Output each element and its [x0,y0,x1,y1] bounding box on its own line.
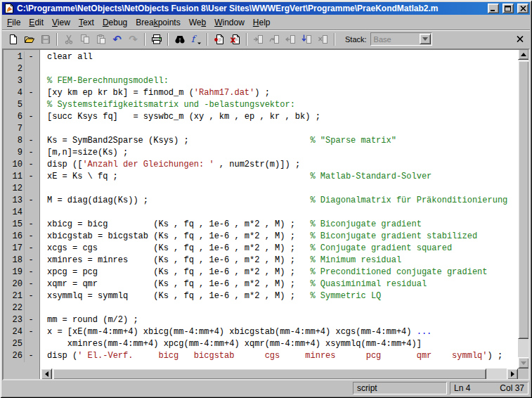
menu-edit[interactable]: Edit [25,15,48,30]
clear-all-breakpoints-button[interactable] [227,32,243,47]
code-line[interactable] [47,63,518,75]
step-in-button[interactable] [250,32,266,47]
code-line[interactable] [47,183,518,195]
scroll-up-button[interactable] [518,49,529,60]
menu-view[interactable]: View [48,15,74,30]
line-number: 18 [2,255,25,267]
breakpoint-dash[interactable]: - [25,314,37,326]
menu-web[interactable]: Web [185,15,210,30]
code-line[interactable]: x = [xE(mm-4:mm+4) xbicg(mm-4:mm+4) xbic… [47,326,518,338]
chevron-down-icon[interactable] [420,34,431,44]
code-line[interactable]: xminres(mm-4:mm+4) xpcg(mm-4:mm+4) xqmr(… [47,338,518,350]
menu-debug[interactable]: Debug [98,15,131,30]
set-clear-breakpoint-button[interactable] [211,32,227,47]
save-button[interactable] [37,32,53,47]
breakpoint-dash[interactable] [25,99,37,111]
print-button[interactable] [148,32,164,47]
code-line[interactable] [47,207,518,219]
set-clear-breakpoint-icon [214,34,225,45]
code-line[interactable] [47,123,518,135]
undo-button[interactable]: ↶ [109,32,125,47]
code-area[interactable]: clear all% FEM-Berechnungsmodell:[xy km … [41,49,518,368]
vertical-scroll-thumb[interactable] [518,60,529,339]
code-line[interactable]: [m,n]=size(Ks) ; [47,147,518,159]
code-line[interactable]: [succ Ksys fq] = syswbc_m (xy , km , ep … [47,111,518,123]
breakpoint-dash[interactable]: - [25,350,37,362]
menu-help[interactable]: Help [249,15,275,30]
stack-dropdown[interactable]: Base [370,32,432,46]
maximize-button[interactable] [502,4,514,13]
breakpoint-dash[interactable]: - [25,111,37,123]
go-until-cursor-button[interactable] [299,32,315,47]
breakpoint-dash[interactable]: - [25,159,37,171]
breakpoint-dash[interactable]: - [25,147,37,159]
breakpoint-dash[interactable] [25,338,37,350]
code-line[interactable]: xsymmlq = symmlq (Ks , fq , 1e-6 , m*2 ,… [47,290,518,302]
breakpoint-dash[interactable]: - [25,219,37,231]
code-line[interactable]: % FEM-Berechnungsmodell: [47,75,518,87]
close-editor-button[interactable] [513,32,527,46]
redo-button[interactable]: ↷ [125,32,141,47]
breakpoint-dash[interactable]: - [25,267,37,278]
code-line[interactable]: xqmr = qmr (Ks , fq , 1e-6 , m*2 , M) ; … [47,278,518,290]
scroll-left-button[interactable] [41,368,52,380]
find-button[interactable] [171,32,188,47]
code-line[interactable]: M = diag(diag(Ks)) ; % Diagonalmatrix fü… [47,195,518,207]
vertical-scrollbar[interactable] [518,49,530,368]
horizontal-scrollbar[interactable] [41,368,518,380]
code-line[interactable]: [xy km ep kr bk] = finmod_m ('Rahm17.dat… [47,87,518,99]
step-out-button[interactable] [283,32,299,47]
breakpoint-dash[interactable] [25,207,37,219]
code-line[interactable]: xpcg = pcg (Ks , fq , 1e-6 , m*2 , M) ; … [47,267,518,278]
breakpoint-dash[interactable]: - [25,135,37,147]
menu-window[interactable]: Window [210,15,249,30]
function-list-button[interactable]: f [188,32,204,47]
paste-button[interactable] [93,32,109,47]
new-file-button[interactable] [5,32,21,47]
line-number: 6 [2,111,25,123]
code-line[interactable] [47,302,518,314]
code-line[interactable]: xminres = minres (Ks , fq , 1e-6 , m*2 ,… [47,255,518,267]
breakpoint-dash[interactable]: - [25,255,37,267]
copy-button[interactable] [77,32,93,47]
line-number: 13 [2,195,25,207]
menu-breakpoints[interactable]: Breakpoints [131,15,184,30]
code-line[interactable]: mm = round (m/2) ; [47,314,518,326]
open-file-button[interactable] [21,32,37,47]
code-line[interactable]: % Systemsteifigkeitsmatrix und -belastun… [47,99,518,111]
breakpoint-dash[interactable]: - [25,195,37,207]
minimize-button[interactable] [488,4,499,13]
close-button[interactable] [517,4,528,13]
horizontal-scroll-thumb[interactable] [53,368,486,380]
menu-file[interactable]: File [3,15,25,30]
breakpoint-dash[interactable]: - [25,290,37,302]
scroll-down-button[interactable] [518,357,529,368]
code-line[interactable]: clear all [47,51,518,63]
breakpoint-dash[interactable] [25,183,37,195]
breakpoint-dash[interactable] [25,63,37,75]
step-button[interactable] [266,32,283,47]
breakpoint-dash[interactable] [25,75,37,87]
code-line[interactable]: xE = Ks \ fq ; % Matlab-Standard-Solver [47,171,518,183]
scroll-right-button[interactable] [507,368,518,380]
exit-debug-button[interactable] [315,32,331,47]
breakpoint-dash[interactable]: - [25,171,37,183]
breakpoint-dash[interactable] [25,123,37,135]
breakpoint-dash[interactable]: - [25,231,37,243]
code-line[interactable]: xbicgstab = bicgstab (Ks , fq , 1e-6 , m… [47,231,518,243]
breakpoint-dash[interactable]: - [25,51,37,63]
menu-text[interactable]: Text [74,15,98,30]
breakpoint-dash[interactable]: - [25,278,37,290]
title-bar[interactable]: C:\Programme\NetObjects\NetObjects Fusio… [2,2,530,15]
code-line[interactable]: disp (' El.-Verf. bicg bicgstab cgs minr… [47,350,518,362]
breakpoint-dash[interactable]: - [25,243,37,255]
breakpoint-dash[interactable] [25,302,37,314]
code-line[interactable]: xbicg = bicg (Ks , fq , 1e-6 , m*2 , M) … [47,219,518,231]
breakpoint-dash[interactable]: - [25,87,37,99]
breakpoint-dash[interactable]: - [25,326,37,338]
cut-button[interactable] [60,32,77,47]
code-line[interactable]: Ks = SymBand2Sparse (Ksys) ; % "Sparse m… [47,135,518,147]
code-line[interactable]: disp (['Anzahl der Gleichungen: ' , num2… [47,159,518,171]
line-number: 14 [2,207,25,219]
code-line[interactable]: xcgs = cgs (Ks , fq , 1e-6 , m*2 , M) ; … [47,243,518,255]
